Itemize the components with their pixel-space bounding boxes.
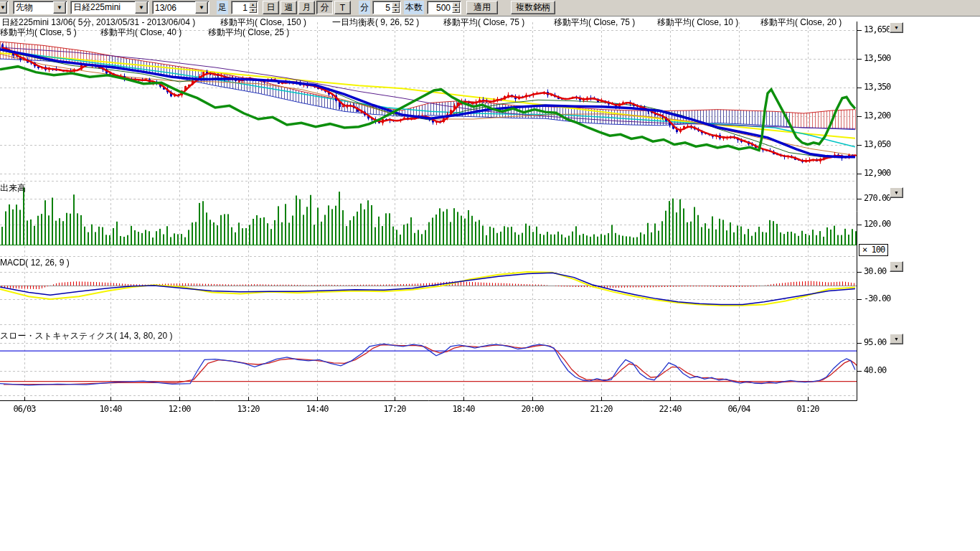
indicator-label: 移動平均( Close, 75 ): [554, 18, 635, 27]
x-axis-tick-label: 13:20: [237, 405, 259, 414]
stoch-panel-label: スロー・ストキャスティクス( 14, 3, 80, 20 ): [0, 331, 172, 341]
chart-plot-canvas[interactable]: [0, 0, 980, 551]
period-button-月[interactable]: 月: [298, 1, 315, 14]
contract-month-value: 13/06: [153, 3, 194, 13]
volume-panel-label: 出来高: [0, 184, 26, 193]
instrument-type-value: 先物: [14, 1, 52, 14]
panel-scroll-down-button[interactable]: ▼: [890, 22, 903, 33]
y-axis-tick-label: -30.00: [864, 294, 890, 303]
symbol-value: 日経225mini: [71, 1, 134, 14]
y-axis-tick-label: 40.00: [864, 366, 886, 375]
panel-scroll-down-button[interactable]: ▼: [890, 261, 903, 272]
trading-chart-app: ▼ 先物 ▼ 日経225mini ▼ 13/06 ▼ 足 1 ▲▼ 分 5 ▲▼…: [0, 0, 980, 551]
x-axis-tick-label: 22:40: [659, 405, 681, 414]
y-axis-tick-label: 13,200: [864, 111, 890, 121]
macd-panel-label: MACD( 12, 26, 9 ): [0, 258, 70, 268]
x-axis-tick-label: 18:40: [452, 405, 474, 414]
period-button-週[interactable]: 週: [281, 1, 297, 14]
indicator-label: 移動平均( Close, 75 ): [443, 18, 524, 27]
toolbar: ▼ 先物 ▼ 日経225mini ▼ 13/06 ▼ 足 1 ▲▼ 分 5 ▲▼…: [0, 0, 980, 17]
indicator-label: 移動平均( Close, 10 ): [657, 18, 738, 27]
spinner-arrows-icon[interactable]: ▲▼: [249, 2, 257, 13]
bar-count-stepper[interactable]: 1 ▲▼: [231, 1, 258, 14]
x-axis-tick-label: 17:20: [383, 405, 405, 414]
instrument-type-select[interactable]: 先物 ▼: [13, 1, 67, 14]
x-axis-tick-label: 01:20: [796, 405, 819, 414]
minute-label: 分: [359, 1, 370, 14]
y-axis-tick-label: 12,900: [864, 169, 890, 178]
indicator-label: 移動平均( Close, 150 ): [220, 18, 306, 27]
spinner-arrows-icon[interactable]: ▲▼: [452, 2, 460, 13]
spinner-arrows-icon[interactable]: ▲▼: [392, 2, 400, 13]
y-axis-tick-label: 13,500: [864, 54, 890, 63]
panel-scroll-down-button[interactable]: ▼: [890, 334, 903, 344]
y-axis-tick-label: 120.00: [864, 220, 890, 229]
period-button-T[interactable]: T: [334, 1, 351, 14]
count-stepper[interactable]: 500 ▲▼: [427, 1, 461, 14]
contract-month-select[interactable]: 13/06 ▼: [152, 1, 209, 14]
chevron-down-icon[interactable]: ▼: [0, 1, 7, 14]
minute-value: 5: [373, 3, 391, 13]
symbol-select[interactable]: 日経225mini ▼: [70, 1, 149, 14]
x-axis-tick-label: 21:20: [590, 405, 612, 414]
x-axis-tick-label: 06/03: [13, 405, 35, 414]
count-label: 本数: [404, 1, 424, 14]
chevron-down-icon[interactable]: ▼: [53, 1, 66, 14]
partial-combo[interactable]: ▼: [0, 1, 9, 14]
volume-multiplier-badge: × 100: [859, 244, 888, 256]
minute-stepper[interactable]: 5 ▲▼: [372, 1, 401, 14]
y-axis-tick-label: 30.00: [864, 267, 886, 276]
indicator-label: 移動平均( Close, 20 ): [760, 18, 842, 27]
indicator-label: 移動平均( Close, 40 ): [100, 28, 182, 37]
chevron-down-icon[interactable]: ▼: [135, 1, 148, 14]
x-axis-tick-label: 10:40: [99, 405, 121, 414]
y-axis-tick-label: 13,650: [864, 25, 890, 34]
x-axis-tick-label: 20:00: [521, 405, 543, 414]
y-axis-tick-label: 95.00: [864, 338, 886, 347]
period-button-分[interactable]: 分: [316, 1, 333, 14]
x-axis-tick-label: 06/04: [727, 405, 750, 414]
indicator-label: 日経225mini 13/06( 5分, 2013/05/31 - 2013/0…: [1, 18, 195, 27]
panel-scroll-down-button[interactable]: ▼: [890, 187, 903, 198]
bar-count-value: 1: [232, 3, 248, 13]
chevron-down-icon[interactable]: ▼: [195, 1, 208, 14]
multi-symbol-button[interactable]: 複数銘柄: [511, 1, 555, 14]
y-axis-tick-label: 13,350: [864, 83, 890, 92]
indicator-label: 移動平均( Close, 25 ): [208, 28, 289, 37]
bar-label: 足: [217, 1, 228, 14]
indicator-label: 一目均衡表( 9, 26, 52 ): [332, 18, 419, 27]
count-value: 500: [428, 3, 451, 13]
apply-button[interactable]: 適用: [466, 1, 498, 14]
x-axis-tick-label: 14:40: [306, 405, 328, 414]
x-axis-tick-label: 12:00: [168, 405, 190, 414]
y-axis-tick-label: 13,050: [864, 140, 890, 149]
period-button-日[interactable]: 日: [263, 1, 279, 14]
indicator-label: 移動平均( Close, 5 ): [0, 28, 77, 37]
y-axis-tick-label: 270.00: [864, 194, 890, 203]
